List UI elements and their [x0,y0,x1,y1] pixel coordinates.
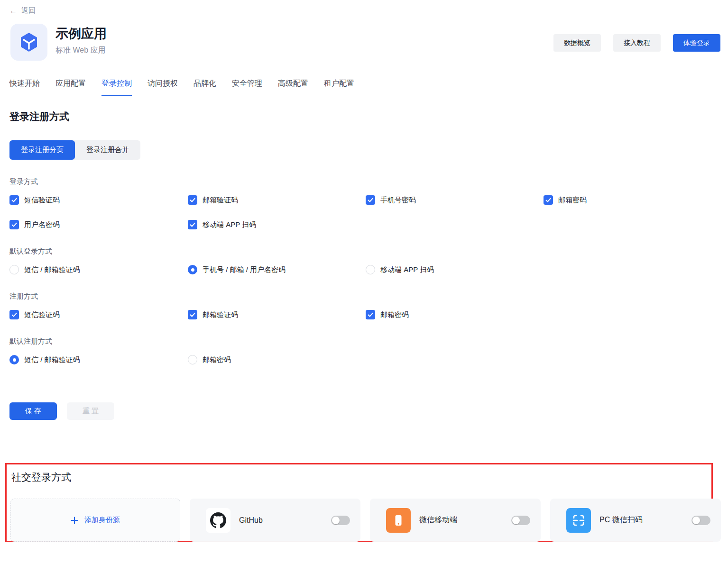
toggle-knob [512,517,520,524]
checkbox-icon[interactable] [188,310,197,319]
page-title: 示例应用 [55,27,107,41]
option-row: 短信验证码邮箱验证码手机号密码邮箱密码用户名密码移动端 APP 扫码 [9,195,719,229]
checkbox-option[interactable]: 短信验证码 [9,310,188,319]
option-row: 短信 / 邮箱验证码手机号 / 邮箱 / 用户名密码移动端 APP 扫码 [9,265,719,274]
segment-option-2[interactable]: 登录注册合并 [75,140,140,160]
option-label: 手机号密码 [380,196,416,205]
tab-4[interactable]: 访问授权 [147,75,178,96]
app-subtitle: 标准 Web 应用 [55,45,107,55]
segment-option-1[interactable]: 登录注册分页 [9,140,75,160]
app-titles: 示例应用 标准 Web 应用 [55,24,107,55]
option-label: 邮箱验证码 [203,310,238,319]
radio-icon[interactable] [188,355,197,364]
connection-toggle[interactable] [331,516,350,525]
social-cards: 添加身份源 GitHub微信移动端PC 微信扫码 [10,499,721,542]
checkbox-icon[interactable] [9,220,19,229]
group-label: 默认注册方式 [9,337,719,346]
wechat-scan-icon [566,508,591,533]
toggle-knob [332,517,340,524]
option-label: 短信 / 邮箱验证码 [24,265,80,274]
back-label: 返回 [21,6,36,15]
option-label: 短信验证码 [24,196,60,205]
radio-icon[interactable] [366,265,375,274]
checkbox-icon[interactable] [188,195,197,205]
checkbox-option[interactable]: 邮箱密码 [366,310,544,319]
connection-card: 微信移动端 [370,499,541,542]
checkbox-option[interactable]: 用户名密码 [9,220,188,229]
social-section-title: 社交登录方式 [11,471,711,484]
form-actions: 保 存 重 置 [9,402,719,420]
app-logo-icon [10,24,47,61]
tab-5[interactable]: 品牌化 [194,75,216,96]
radio-option[interactable]: 邮箱密码 [188,355,366,364]
option-label: 短信 / 邮箱验证码 [24,355,80,364]
tab-8[interactable]: 租户配置 [324,75,354,96]
back-link[interactable]: ← 返回 [9,6,36,15]
plus-icon [71,517,78,524]
login-settings-panel: 登录注册方式 登录注册分页登录注册合并 登录方式短信验证码邮箱验证码手机号密码邮… [9,95,719,420]
reset-button[interactable]: 重 置 [67,402,114,420]
tab-1[interactable]: 快速开始 [9,75,40,96]
back-arrow-icon: ← [9,7,17,15]
connection-card: GitHub [190,499,360,542]
toggle-knob [692,517,700,524]
radio-icon[interactable] [9,265,19,274]
add-identity-source-label: 添加身份源 [84,516,120,525]
group-label: 注册方式 [9,292,719,301]
wechat-mobile-icon [386,508,411,533]
checkbox-option[interactable]: 手机号密码 [366,195,544,205]
header-action-button-3[interactable]: 体验登录 [673,34,720,52]
app-header: 示例应用 标准 Web 应用 数据概览接入教程体验登录 [10,24,720,61]
connection-card: PC 微信扫码 [550,499,721,542]
connection-name: GitHub [239,516,263,525]
checkbox-option[interactable]: 邮箱验证码 [188,195,366,205]
radio-option[interactable]: 手机号 / 邮箱 / 用户名密码 [188,265,366,274]
checkbox-icon[interactable] [544,195,553,205]
connection-name: 微信移动端 [419,515,457,525]
checkbox-icon[interactable] [188,220,197,229]
tab-3[interactable]: 登录控制 [101,75,132,96]
checkbox-icon[interactable] [366,195,375,205]
checkbox-option[interactable]: 邮箱验证码 [188,310,366,319]
option-label: 邮箱密码 [203,355,231,364]
option-groups: 登录方式短信验证码邮箱验证码手机号密码邮箱密码用户名密码移动端 APP 扫码默认… [9,177,719,364]
connection-name: PC 微信扫码 [599,515,643,525]
option-row: 短信 / 邮箱验证码邮箱密码 [9,355,719,364]
add-identity-source-button[interactable]: 添加身份源 [10,499,180,542]
checkbox-option[interactable]: 移动端 APP 扫码 [188,220,366,229]
radio-icon[interactable] [9,355,19,364]
checkbox-icon[interactable] [9,310,19,319]
checkbox-option[interactable]: 短信验证码 [9,195,188,205]
connection-toggle[interactable] [691,516,710,525]
connection-toggle[interactable] [511,516,530,525]
group-label: 默认登录方式 [9,247,719,256]
option-label: 邮箱密码 [380,310,409,319]
option-label: 短信验证码 [24,310,60,319]
checkbox-option[interactable]: 邮箱密码 [544,195,719,205]
radio-option[interactable]: 移动端 APP 扫码 [366,265,544,274]
header-action-button-1[interactable]: 数据概览 [553,34,601,52]
option-label: 移动端 APP 扫码 [380,265,434,274]
radio-icon[interactable] [188,265,197,274]
option-label: 用户名密码 [24,220,60,229]
option-label: 移动端 APP 扫码 [203,220,256,229]
checkbox-icon[interactable] [366,310,375,319]
radio-option[interactable]: 短信 / 邮箱验证码 [9,265,188,274]
social-login-section: 社交登录方式 添加身份源 GitHub微信移动端PC 微信扫码 [5,463,713,542]
option-label: 邮箱验证码 [203,196,238,205]
header-action-button-2[interactable]: 接入教程 [613,34,661,52]
option-label: 邮箱密码 [558,196,587,205]
save-button[interactable]: 保 存 [9,402,57,420]
section-title: 登录注册方式 [9,110,719,123]
tab-7[interactable]: 高级配置 [278,75,308,96]
checkbox-icon[interactable] [9,195,19,205]
tab-bar: 快速开始应用配置登录控制访问授权品牌化安全管理高级配置租户配置 [0,75,728,96]
radio-option[interactable]: 短信 / 邮箱验证码 [9,355,188,364]
group-label: 登录方式 [9,177,719,186]
option-label: 手机号 / 邮箱 / 用户名密码 [203,265,286,274]
tab-6[interactable]: 安全管理 [232,75,262,96]
github-icon [206,508,230,533]
header-actions: 数据概览接入教程体验登录 [553,34,720,52]
login-register-mode-switcher: 登录注册分页登录注册合并 [9,140,140,160]
tab-2[interactable]: 应用配置 [55,75,86,96]
